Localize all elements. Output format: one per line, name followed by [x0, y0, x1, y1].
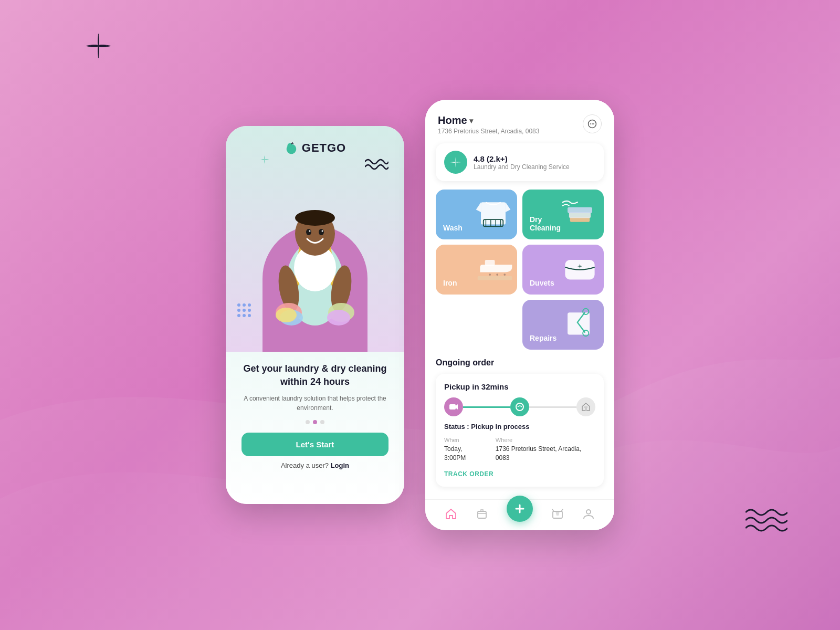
phones-container: GETGO [226, 100, 614, 530]
svg-point-4 [248, 303, 251, 307]
nav-home[interactable] [445, 508, 457, 520]
svg-point-9 [243, 314, 246, 317]
location-name: Home [438, 114, 467, 127]
progress-line-1 [463, 406, 510, 408]
svg-point-18 [309, 230, 311, 232]
where-label: Where [496, 437, 595, 443]
when-value: Today, 3:00PM [444, 445, 485, 463]
hero-dots [236, 302, 252, 320]
order-details: When Today, 3:00PM Where 1736 Pretorius … [444, 437, 595, 463]
decorative-waves [746, 507, 788, 536]
dry-cleaning-label: DryCleaning [530, 215, 596, 232]
iron-label: Iron [443, 279, 510, 287]
svg-rect-30 [481, 202, 506, 224]
service-card-iron[interactable]: Iron [436, 245, 517, 295]
hero-person [257, 194, 373, 352]
svg-point-2 [237, 303, 240, 307]
track-order-button[interactable]: TRACK ORDER [444, 470, 494, 478]
order-status: Status : Pickup in process [444, 423, 595, 430]
svg-point-3 [243, 303, 246, 307]
service-card-duvets[interactable]: Duvets [522, 245, 604, 295]
nav-basket[interactable] [552, 508, 563, 520]
location-address: 1736 Pretorius Street, Arcadia, 0083 [438, 128, 539, 135]
svg-point-27 [590, 123, 591, 124]
svg-rect-47 [478, 511, 486, 518]
ongoing-title: Ongoing order [436, 358, 604, 368]
subtext: A convenient laundry solution that helps… [242, 394, 388, 413]
step-pickup [444, 397, 463, 416]
step-delivery [576, 397, 595, 416]
home-delivery-icon [581, 402, 591, 412]
svg-point-36 [489, 274, 491, 276]
onboarding-phone: GETGO [226, 126, 404, 504]
duvets-label: Duvets [530, 279, 596, 287]
dot-1 [306, 420, 310, 424]
dot-2 [313, 420, 317, 424]
service-card-wash[interactable]: Wash [436, 190, 517, 239]
svg-point-16 [306, 229, 311, 235]
login-link[interactable]: Login [331, 461, 349, 469]
home-header: Home ▾ 1736 Pretorius Street, Arcadia, 0… [425, 100, 614, 143]
svg-rect-46 [585, 408, 587, 411]
nav-orders[interactable] [476, 508, 488, 520]
rating-info: 4.8 (2.k+) Laundry and Dry Cleaning Serv… [474, 154, 570, 171]
page-dots [306, 420, 324, 424]
wash-progress-icon [515, 402, 524, 412]
svg-point-28 [592, 123, 593, 124]
start-button[interactable]: Let's Start [242, 433, 388, 456]
step-process [510, 397, 529, 416]
rating-label: Laundry and Dry Cleaning Service [474, 163, 570, 171]
location-block: Home ▾ 1736 Pretorius Street, Arcadia, 0… [438, 114, 539, 135]
message-circle-icon [587, 119, 597, 129]
rating-score: 4.8 (2.k+) [474, 154, 570, 163]
svg-point-45 [516, 403, 523, 411]
plus-icon [513, 502, 526, 515]
svg-point-22 [276, 308, 297, 322]
svg-point-29 [593, 123, 594, 124]
svg-point-5 [237, 309, 240, 312]
when-label: When [444, 437, 485, 443]
service-card-repairs[interactable]: Repairs [522, 300, 604, 350]
order-card: Pickup in 32mins [436, 374, 604, 487]
where-col: Where 1736 Pretorius Street, Arcadia, 00… [496, 437, 595, 463]
svg-point-7 [248, 309, 251, 312]
where-value: 1736 Pretorius Street, Arcadia, 0083 [496, 445, 595, 463]
order-progress [444, 397, 595, 416]
sparkle-rating-icon [449, 156, 462, 169]
hero-sparkle [260, 155, 269, 166]
nav-profile[interactable] [583, 508, 594, 520]
svg-point-37 [496, 274, 498, 276]
home-phone: Home ▾ 1736 Pretorius Street, Arcadia, 0… [425, 100, 614, 530]
svg-point-24 [327, 310, 350, 326]
orders-nav-icon [552, 508, 563, 520]
svg-point-10 [248, 314, 251, 317]
pickup-time: Pickup in 32mins [444, 382, 595, 391]
logo: GETGO [284, 141, 346, 155]
wash-label: Wash [443, 224, 510, 232]
ongoing-section: Ongoing order Pickup in 32mins [425, 358, 614, 499]
svg-point-8 [237, 314, 240, 317]
progress-line-2 [529, 406, 576, 408]
svg-point-49 [586, 510, 591, 514]
svg-point-17 [319, 229, 324, 235]
rating-icon [444, 151, 467, 174]
service-card-dry-cleaning[interactable]: DryCleaning [522, 190, 604, 239]
svg-point-25 [295, 210, 335, 226]
rating-card[interactable]: 4.8 (2.k+) Laundry and Dry Cleaning Serv… [436, 143, 604, 181]
svg-rect-34 [568, 207, 592, 213]
svg-point-19 [322, 230, 323, 232]
repairs-label: Repairs [530, 334, 596, 342]
box-nav-icon [476, 508, 488, 520]
video-icon [449, 402, 458, 412]
hero-squiggle [365, 158, 388, 175]
bottom-nav [425, 499, 614, 530]
onboarding-content: Get your laundry & dry cleaning within 2… [226, 352, 404, 504]
svg-point-38 [503, 274, 506, 276]
fab-add-button[interactable] [507, 496, 533, 522]
chevron-down-icon: ▾ [469, 117, 473, 125]
service-grid: Wash DryCleaning [436, 190, 604, 350]
decorative-star [84, 32, 113, 62]
chat-button[interactable] [583, 114, 602, 133]
location-title[interactable]: Home ▾ [438, 114, 539, 127]
home-nav-icon [445, 508, 457, 520]
